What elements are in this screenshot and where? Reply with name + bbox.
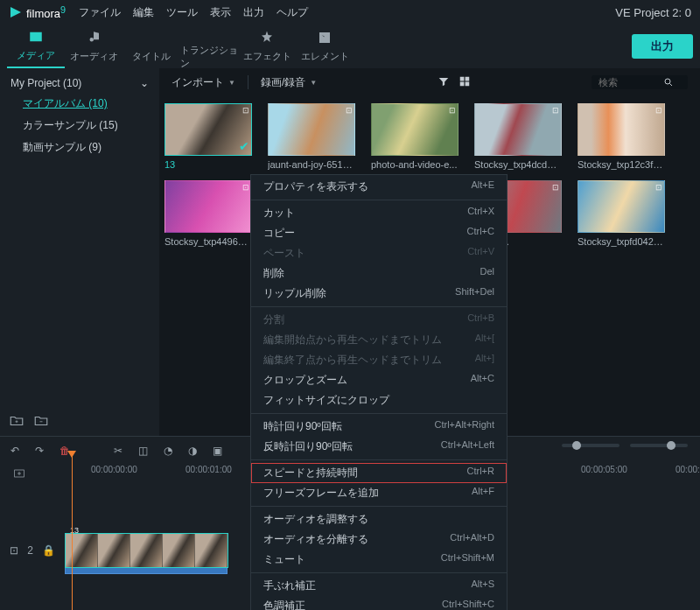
media-thumb[interactable]: ⊡✔13 (164, 103, 252, 170)
sidebar-item-album[interactable]: マイアルバム (10) (0, 93, 159, 115)
ctx-item[interactable]: 色調補正Ctrl+Shift+C (251, 596, 507, 610)
ctx-item[interactable]: プロパティを表示するAlt+E (251, 177, 507, 197)
delete-folder-icon[interactable] (33, 413, 49, 431)
ctx-item[interactable]: オーディオを調整する (251, 509, 507, 529)
menu-export[interactable]: 出力 (243, 5, 264, 20)
context-menu: プロパティを表示するAlt+EカットCtrl+XコピーCtrl+CペーストCtr… (250, 174, 508, 610)
speed-icon[interactable]: ◔ (164, 445, 172, 457)
chevron-down-icon: ⌄ (140, 77, 149, 89)
ctx-item: 編集終了点から再生ヘッドまでトリムAlt+] (251, 350, 507, 370)
tab-effect[interactable]: エフェクト (238, 25, 296, 68)
export-button[interactable]: 出力 (632, 34, 693, 59)
ruler-tick: 00:00:01:00 (186, 465, 232, 474)
track-lock-icon[interactable]: 🔒 (42, 544, 55, 557)
crop-icon[interactable]: ◫ (138, 445, 148, 457)
search-input[interactable] (592, 75, 688, 89)
ctx-item: 分割Ctrl+B (251, 310, 507, 330)
ctx-item[interactable]: ミュートCtrl+Shift+M (251, 550, 507, 570)
main-menu: ファイル 編集 ツール 表示 出力 ヘルプ (79, 5, 308, 20)
app-logo: filmora9 (9, 4, 66, 20)
undo-icon[interactable]: ↶ (10, 445, 19, 457)
menu-view[interactable]: 表示 (210, 5, 231, 20)
ctx-item: 編集開始点から再生ヘッドまでトリムAlt+[ (251, 330, 507, 350)
ctx-item: ペーストCtrl+V (251, 243, 507, 263)
scale-slider[interactable] (630, 444, 688, 447)
ctx-item[interactable]: 削除Del (251, 263, 507, 284)
zoom-slider[interactable] (562, 444, 620, 447)
track-number: 2 (27, 544, 33, 557)
ctx-item[interactable]: フィットサイズにクロップ (251, 390, 507, 410)
ctx-item[interactable]: リップル削除Shift+Del (251, 284, 507, 304)
media-thumb[interactable]: ⊡photo-and-video-e... (371, 103, 458, 170)
ruler-tick: 00:00:05:00 (581, 465, 627, 474)
tab-title[interactable]: タイトル (122, 25, 180, 68)
ctx-item[interactable]: スピードと持続時間Ctrl+R (251, 463, 507, 483)
grid-view-icon[interactable] (458, 75, 471, 90)
audio-clip[interactable] (65, 567, 228, 574)
green-screen-icon[interactable]: ▣ (213, 445, 222, 457)
menu-help[interactable]: ヘルプ (276, 5, 308, 20)
ctx-item[interactable]: オーディオを分離するCtrl+Alt+D (251, 529, 507, 550)
ctx-item[interactable]: フリーズフレームを追加Alt+F (251, 483, 507, 503)
menu-edit[interactable]: 編集 (133, 5, 154, 20)
svg-point-0 (665, 79, 670, 84)
project-title: VE Project 2: 0 (615, 6, 691, 19)
record-dropdown[interactable]: 録画/録音▼ (261, 75, 317, 90)
tab-element[interactable]: エレメント (296, 25, 354, 68)
ctx-item[interactable]: 反時計回り90º回転Ctrl+Alt+Left (251, 437, 507, 457)
filter-icon[interactable] (438, 75, 450, 90)
tab-media[interactable]: メディア (7, 25, 65, 68)
media-thumb[interactable]: ⊡Stocksy_txp4dcd32... (474, 103, 562, 170)
ctx-item[interactable]: カットCtrl+X (251, 203, 507, 223)
ctx-item[interactable]: 時計回り90º回転Ctrl+Alt+Right (251, 417, 507, 437)
sidebar-header[interactable]: My Project (10)⌄ (0, 74, 159, 93)
search-icon (663, 77, 674, 88)
sidebar-item-video[interactable]: 動画サンプル (9) (0, 137, 159, 158)
add-marker-icon[interactable] (12, 466, 26, 483)
menu-tools[interactable]: ツール (166, 5, 198, 20)
split-icon[interactable]: ✂ (114, 445, 122, 457)
ruler-tick: 00:00:06:00 (676, 465, 700, 474)
import-dropdown[interactable]: インポート▼ (172, 75, 235, 90)
tab-transition[interactable]: トランジション (180, 25, 238, 68)
track-visibility-icon[interactable]: ⊡ (10, 544, 18, 557)
ctx-item[interactable]: クロップとズームAlt+C (251, 370, 507, 390)
media-thumb[interactable]: ⊡Stocksy_txp12c3f4... (578, 103, 665, 170)
menu-file[interactable]: ファイル (79, 5, 121, 20)
new-folder-icon[interactable] (9, 413, 24, 431)
sidebar-item-color[interactable]: カラーサンプル (15) (0, 115, 159, 137)
media-thumb[interactable]: ⊡jaunt-and-joy-6511... (268, 103, 355, 170)
color-icon[interactable]: ◑ (188, 445, 197, 457)
ctx-item[interactable]: 手ぶれ補正Alt+S (251, 576, 507, 596)
tab-audio[interactable]: オーディオ (65, 25, 122, 68)
ruler-tick: 00:00:00:00 (91, 465, 137, 474)
playhead[interactable] (72, 452, 73, 610)
media-thumb[interactable]: ⊡Stocksy_txp449640... (164, 180, 252, 247)
redo-icon[interactable]: ↷ (35, 445, 44, 457)
ctx-item[interactable]: コピーCtrl+C (251, 223, 507, 243)
video-clip[interactable] (65, 533, 228, 568)
media-thumb[interactable]: ⊡Stocksy_txpfd042c... (578, 180, 665, 247)
sidebar: My Project (10)⌄ マイアルバム (10) カラーサンプル (15… (0, 68, 159, 436)
